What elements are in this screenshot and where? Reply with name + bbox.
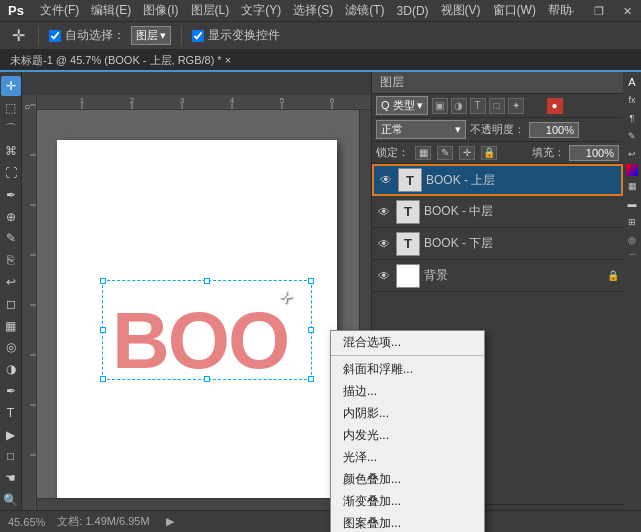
history-brush-tool[interactable]: ↩ xyxy=(1,272,21,292)
opacity-field[interactable]: 100% xyxy=(529,122,579,138)
sel-handle-tm[interactable] xyxy=(204,278,210,284)
crop-tool[interactable]: ⛶ xyxy=(1,163,21,183)
ctx-item-stroke[interactable]: 描边... xyxy=(331,380,484,402)
layer-1-thumbnail: T xyxy=(398,168,422,192)
ctx-item-inner-shadow[interactable]: 内阴影... xyxy=(331,402,484,424)
right-icon-paths[interactable]: ⌒ xyxy=(624,250,640,266)
layer-item-4[interactable]: 👁 背景 🔒 xyxy=(372,260,623,292)
menu-view[interactable]: 视图(V) xyxy=(441,2,481,19)
sel-handle-tr[interactable] xyxy=(308,278,314,284)
menu-3d[interactable]: 3D(D) xyxy=(397,4,429,18)
eyedropper-tool[interactable]: ✒ xyxy=(1,185,21,205)
blur-tool[interactable]: ◎ xyxy=(1,338,21,358)
sel-handle-mr[interactable] xyxy=(308,327,314,333)
lock-brush-icon[interactable]: ✎ xyxy=(437,146,453,160)
right-icon-history[interactable]: ↩ xyxy=(624,146,640,162)
ctx-item-gradient-overlay[interactable]: 渐变叠加... xyxy=(331,490,484,512)
right-icon-gradient[interactable]: ▬ xyxy=(624,196,640,212)
layers-search-type[interactable]: Q 类型 ▾ xyxy=(376,96,428,115)
svg-text:5: 5 xyxy=(280,96,285,105)
svg-text:2: 2 xyxy=(130,96,135,105)
hand-tool[interactable]: ☚ xyxy=(1,468,21,488)
ctx-item-pattern-overlay[interactable]: 图案叠加... xyxy=(331,512,484,532)
filter-pixel-icon[interactable]: ▣ xyxy=(432,98,448,114)
layer-1-name: BOOK - 上层 xyxy=(426,172,617,189)
layer-item-3[interactable]: 👁 T BOOK - 下层 xyxy=(372,228,623,260)
layer-4-visibility-eye[interactable]: 👁 xyxy=(376,268,392,284)
zoom-tool[interactable]: 🔍 xyxy=(1,490,21,510)
doc-tab[interactable]: 未标题-1 @ 45.7% (BOOK - 上层, RGB/8) * × xyxy=(0,50,641,72)
shape-tool[interactable]: □ xyxy=(1,447,21,467)
dodge-tool[interactable]: ◑ xyxy=(1,359,21,379)
right-icon-brush[interactable]: ✎ xyxy=(624,128,640,144)
lock-move-icon[interactable]: ✛ xyxy=(459,146,475,160)
pen-tool[interactable]: ✒ xyxy=(1,381,21,401)
right-icon-channels[interactable]: ◎ xyxy=(624,232,640,248)
menu-select[interactable]: 选择(S) xyxy=(293,2,333,19)
zoom-level: 45.65% xyxy=(8,516,45,528)
filter-adjust-icon[interactable]: ◑ xyxy=(451,98,467,114)
minimize-button[interactable]: － xyxy=(557,0,585,22)
fill-field[interactable]: 100% xyxy=(569,145,619,161)
layer-3-thumbnail: T xyxy=(396,232,420,256)
layer-1-visibility-eye[interactable]: 👁 xyxy=(378,172,394,188)
filter-type-icon[interactable]: T xyxy=(470,98,486,114)
ctx-item-satin[interactable]: 光泽... xyxy=(331,446,484,468)
ctx-item-blend-options[interactable]: 混合选项... xyxy=(331,331,484,353)
move-tool-icon[interactable]: ✛ xyxy=(8,26,28,46)
right-icon-char[interactable]: A xyxy=(624,74,640,90)
menu-layer[interactable]: 图层(L) xyxy=(191,2,230,19)
right-icon-pattern[interactable]: ⊞ xyxy=(624,214,640,230)
text-tool[interactable]: T xyxy=(1,403,21,423)
sel-handle-tl[interactable] xyxy=(100,278,106,284)
status-bar: 45.65% 文档: 1.49M/6.95M ▶ xyxy=(0,510,641,532)
move-tool[interactable]: ✛ xyxy=(1,76,21,96)
path-select-tool[interactable]: ▶ xyxy=(1,425,21,445)
horizontal-scrollbar[interactable] xyxy=(37,498,371,510)
menu-image[interactable]: 图像(I) xyxy=(143,2,178,19)
layer-dropdown[interactable]: 图层 ▾ xyxy=(131,26,171,45)
menu-window[interactable]: 窗口(W) xyxy=(493,2,536,19)
sel-handle-ml[interactable] xyxy=(100,327,106,333)
eraser-tool[interactable]: ◻ xyxy=(1,294,21,314)
layer-2-visibility-eye[interactable]: 👁 xyxy=(376,204,392,220)
sel-handle-bm[interactable] xyxy=(204,376,210,382)
stamp-tool[interactable]: ⎘ xyxy=(1,250,21,270)
right-icon-para[interactable]: ¶ xyxy=(624,110,640,126)
heal-tool[interactable]: ⊕ xyxy=(1,207,21,227)
lock-checkerboard-icon[interactable]: ▦ xyxy=(415,146,431,160)
layer-item-1[interactable]: 👁 T BOOK - 上层 xyxy=(372,164,623,196)
restore-button[interactable]: ❐ xyxy=(585,0,613,22)
filter-smart-icon[interactable]: ✦ xyxy=(508,98,524,114)
ctx-item-bevel[interactable]: 斜面和浮雕... xyxy=(331,358,484,380)
brush-tool[interactable]: ✎ xyxy=(1,229,21,249)
auto-select-checkbox[interactable] xyxy=(49,30,61,42)
canvas-area[interactable]: BOO ✛ xyxy=(37,110,371,510)
filter-toggle-icon[interactable]: ● xyxy=(547,98,563,114)
filter-shape-icon[interactable]: □ xyxy=(489,98,505,114)
menu-type[interactable]: 文字(Y) xyxy=(241,2,281,19)
sel-handle-br[interactable] xyxy=(308,376,314,382)
menu-filter[interactable]: 滤镜(T) xyxy=(345,2,384,19)
layer-3-visibility-eye[interactable]: 👁 xyxy=(376,236,392,252)
magic-wand-tool[interactable]: ⌘ xyxy=(1,141,21,161)
menu-file[interactable]: 文件(F) xyxy=(40,2,79,19)
menu-edit[interactable]: 编辑(E) xyxy=(91,2,131,19)
doc-tab-title: 未标题-1 @ 45.7% (BOOK - 上层, RGB/8) * × xyxy=(10,53,231,68)
show-transform-checkbox[interactable] xyxy=(192,30,204,42)
lock-all-icon[interactable]: 🔒 xyxy=(481,146,497,160)
blend-mode-dropdown[interactable]: 正常 ▾ xyxy=(376,120,466,139)
sel-handle-bl[interactable] xyxy=(100,376,106,382)
ctx-item-inner-glow[interactable]: 内发光... xyxy=(331,424,484,446)
right-icon-color[interactable] xyxy=(626,164,638,176)
right-icon-style[interactable]: fx xyxy=(624,92,640,108)
marquee-tool[interactable]: ⬚ xyxy=(1,98,21,118)
show-transform-label: 显示变换控件 xyxy=(208,27,280,44)
close-button[interactable]: ✕ xyxy=(613,0,641,22)
right-icon-swatches[interactable]: ▦ xyxy=(624,178,640,194)
ctx-item-color-overlay[interactable]: 颜色叠加... xyxy=(331,468,484,490)
layer-item-2[interactable]: 👁 T BOOK - 中层 xyxy=(372,196,623,228)
status-arrow[interactable]: ▶ xyxy=(166,515,174,528)
lasso-tool[interactable]: ⌒ xyxy=(1,120,21,140)
gradient-tool[interactable]: ▦ xyxy=(1,316,21,336)
